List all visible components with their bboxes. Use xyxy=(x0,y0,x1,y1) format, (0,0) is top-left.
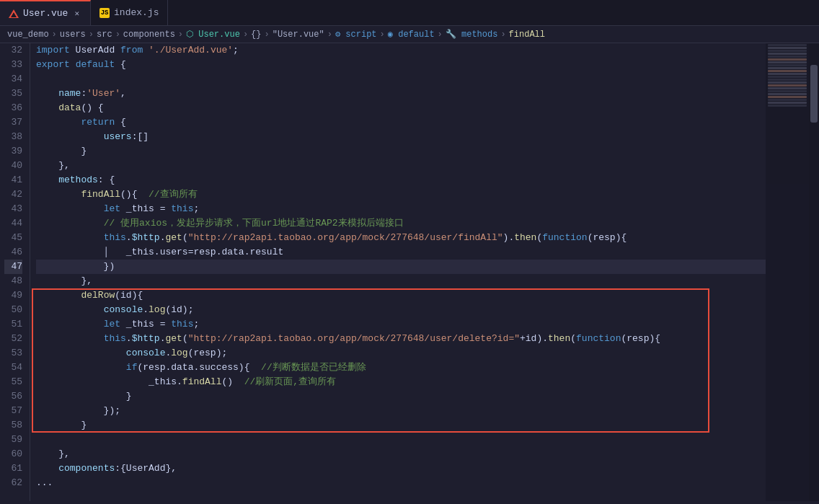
line-numbers: 32 33 34 35 36 37 38 39 40 41 42 43 44 4… xyxy=(0,43,30,501)
line-num-37: 37 xyxy=(4,115,22,130)
code-line-49: delRow(id){ xyxy=(36,288,766,303)
code-line-41: methods: { xyxy=(36,173,766,187)
tab-label: index.js xyxy=(114,7,159,18)
line-num-40: 40 xyxy=(4,159,22,173)
line-num-50: 50 xyxy=(4,303,22,317)
line-num-33: 33 xyxy=(4,58,22,72)
line-num-34: 34 xyxy=(4,72,22,87)
bc-user-vue-str: "User.vue" xyxy=(273,30,324,40)
code-line-33: export default { xyxy=(36,58,766,72)
line-num-47: 47 xyxy=(4,260,22,274)
line-num-61: 61 xyxy=(4,461,22,476)
scrollbar-thumb[interactable] xyxy=(810,65,818,123)
editor-body: 32 33 34 35 36 37 38 39 40 41 42 43 44 4… xyxy=(0,43,819,501)
bc-findall: findAll xyxy=(509,30,545,40)
bc-braces: {} xyxy=(251,30,261,40)
line-num-57: 57 xyxy=(4,404,22,418)
code-line-48: }, xyxy=(36,274,766,288)
code-line-47: }) xyxy=(36,260,766,274)
code-line-46: │ _this.users=resp.data.result xyxy=(36,245,766,260)
code-area[interactable]: import UserAdd from './UserAdd.vue'; exp… xyxy=(30,43,766,501)
line-num-35: 35 xyxy=(4,87,22,101)
line-num-55: 55 xyxy=(4,375,22,389)
minimap xyxy=(766,43,809,501)
line-num-38: 38 xyxy=(4,130,22,144)
code-line-54: if(resp.data.success){ //判断数据是否已经删除 xyxy=(36,361,766,375)
bc-components: components xyxy=(123,30,175,40)
code-line-44: // 使用axios，发起异步请求，下面url地址通过RAP2来模拟后端接口 xyxy=(36,216,766,231)
js-icon: JS xyxy=(99,8,110,18)
tab-label: User.vue xyxy=(23,8,68,19)
line-num-58: 58 xyxy=(4,418,22,433)
breadcrumb: vue_demo › users › src › components › ⬡ … xyxy=(0,26,819,43)
scrollbar-track[interactable] xyxy=(809,43,819,501)
code-line-51: let _this = this; xyxy=(36,317,766,332)
code-line-43: let _this = this; xyxy=(36,202,766,216)
code-line-32: import UserAdd from './UserAdd.vue'; xyxy=(36,43,766,58)
line-num-48: 48 xyxy=(4,274,22,288)
code-line-39: } xyxy=(36,144,766,159)
bc-user-vue: ⬡ User.vue xyxy=(186,29,240,40)
bc-default: ◉ default xyxy=(388,29,435,40)
code-line-53: console.log(resp); xyxy=(36,346,766,361)
tab-bar: User.vue ✕ JS index.js xyxy=(0,0,819,26)
line-num-32: 32 xyxy=(4,43,22,58)
code-line-37: return { xyxy=(36,115,766,130)
vue-icon xyxy=(9,9,19,18)
line-num-45: 45 xyxy=(4,231,22,245)
line-num-46: 46 xyxy=(4,245,22,260)
bc-script: ⚙ script xyxy=(335,29,377,40)
line-num-49: 49 xyxy=(4,288,22,303)
line-num-42: 42 xyxy=(4,187,22,202)
code-line-34 xyxy=(36,72,766,87)
code-line-61: components:{UserAdd}, xyxy=(36,461,766,476)
code-line-55: _this.findAll() //刷新页面,查询所有 xyxy=(36,375,766,389)
code-line-59 xyxy=(36,433,766,447)
line-num-44: 44 xyxy=(4,216,22,231)
code-line-42: findAll(){ //查询所有 xyxy=(36,187,766,202)
code-line-58: } xyxy=(36,418,766,433)
code-line-38: users:[] xyxy=(36,130,766,144)
line-num-54: 54 xyxy=(4,361,22,375)
line-num-39: 39 xyxy=(4,144,22,159)
bc-src: src xyxy=(97,30,112,40)
tab-close-button[interactable]: ✕ xyxy=(72,8,81,19)
code-line-60: }, xyxy=(36,447,766,461)
code-line-36: data() { xyxy=(36,101,766,115)
bc-vue-demo: vue_demo xyxy=(7,30,49,40)
code-line-40: }, xyxy=(36,159,766,173)
line-num-62: 62 xyxy=(4,476,22,490)
line-num-60: 60 xyxy=(4,447,22,461)
bc-users: users xyxy=(60,30,86,40)
line-num-36: 36 xyxy=(4,101,22,115)
code-line-62: ... xyxy=(36,476,766,490)
tab-index-js[interactable]: JS index.js xyxy=(91,0,168,25)
editor-window: User.vue ✕ JS index.js vue_demo › users … xyxy=(0,0,819,501)
code-line-35: name:'User', xyxy=(36,87,766,101)
line-num-56: 56 xyxy=(4,389,22,404)
line-num-59: 59 xyxy=(4,433,22,447)
line-num-53: 53 xyxy=(4,346,22,361)
line-num-52: 52 xyxy=(4,332,22,346)
tab-user-vue[interactable]: User.vue ✕ xyxy=(0,0,91,25)
code-line-50: console.log(id); xyxy=(36,303,766,317)
line-num-43: 43 xyxy=(4,202,22,216)
code-line-52: this.$http.get("http://rap2api.taobao.or… xyxy=(36,332,766,346)
line-num-41: 41 xyxy=(4,173,22,187)
code-line-56: } xyxy=(36,389,766,404)
code-line-45: this.$http.get("http://rap2api.taobao.or… xyxy=(36,231,766,245)
line-num-51: 51 xyxy=(4,317,22,332)
code-line-57: }); xyxy=(36,404,766,418)
bc-methods: 🔧 methods xyxy=(446,29,498,40)
